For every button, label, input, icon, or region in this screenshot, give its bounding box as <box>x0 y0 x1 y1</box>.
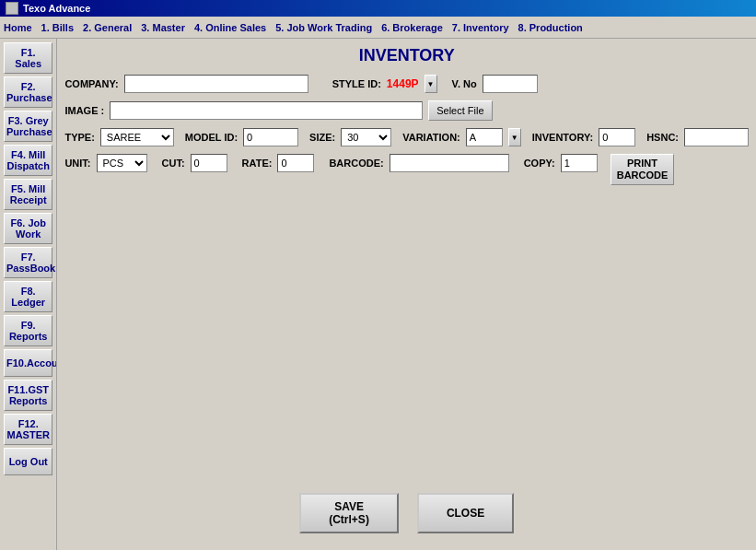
rate-label: RATE: <box>242 158 273 169</box>
form-row-company: COMPANY: STYLE ID: 1449P ▼ V. No <box>64 75 749 93</box>
company-label: COMPANY: <box>64 78 118 89</box>
style-id-dropdown[interactable]: ▼ <box>425 75 437 93</box>
vno-input[interactable] <box>483 75 538 93</box>
barcode-input[interactable] <box>390 154 509 172</box>
sidebar-btn-f4-mill-dispatch[interactable]: F4. MillDispatch <box>4 145 52 176</box>
sidebar-btn-f9-reports[interactable]: F9. Reports <box>4 315 52 346</box>
form-row-unit: UNIT: PCS MTR YDS CUT: RATE: BARCODE: CO… <box>64 154 749 185</box>
sidebar-btn-log-out[interactable]: Log Out <box>4 448 52 475</box>
print-barcode-button[interactable]: PRINTBARCODE <box>611 154 675 185</box>
menu-bills[interactable]: 1. Bills <box>41 22 74 33</box>
copy-label: COPY: <box>524 158 555 169</box>
app-title: Texo Advance <box>23 3 90 14</box>
menu-inventory[interactable]: 7. Inventory <box>452 22 509 33</box>
model-id-label: MODEL ID: <box>185 132 238 143</box>
sidebar-btn-f5-mill-receipt[interactable]: F5. MillReceipt <box>4 179 52 210</box>
menu-online-sales[interactable]: 4. Online Sales <box>194 22 266 33</box>
cut-label: CUT: <box>162 158 185 169</box>
inventory-label: INVENTORY: <box>532 132 593 143</box>
menu-home[interactable]: Home <box>4 22 32 33</box>
type-select[interactable]: SAREE DRESS FABRIC <box>100 128 174 146</box>
type-label: TYPE: <box>64 132 94 143</box>
app-icon <box>6 2 18 15</box>
size-select[interactable]: 30 32 34 <box>341 128 391 146</box>
company-input[interactable] <box>124 75 308 93</box>
sidebar-btn-f3-grey-purchase[interactable]: F3. GreyPurchase <box>4 111 52 142</box>
image-input[interactable] <box>110 101 423 120</box>
menu-bar: Home 1. Bills 2. General 3. Master 4. On… <box>0 17 756 39</box>
sidebar-btn-f8-ledger[interactable]: F8. Ledger <box>4 281 52 312</box>
sidebar: F1. Sales F2. Purchase F3. GreyPurchase … <box>0 39 57 550</box>
page-title: INVENTORY <box>64 46 749 65</box>
sidebar-btn-f10-accounts[interactable]: F10.Accounts <box>4 349 52 377</box>
unit-select[interactable]: PCS MTR YDS <box>97 154 147 172</box>
title-bar: Texo Advance <box>0 0 756 17</box>
variation-dropdown[interactable]: ▼ <box>508 128 521 146</box>
menu-production[interactable]: 8. Production <box>518 22 583 33</box>
style-id-label: STYLE ID: <box>332 78 381 89</box>
menu-job-work-trading[interactable]: 5. Job Work Trading <box>275 22 372 33</box>
variation-input[interactable] <box>466 128 503 146</box>
sidebar-btn-f2-purchase[interactable]: F2. Purchase <box>4 76 52 108</box>
vno-label: V. No <box>452 78 477 89</box>
form-area: COMPANY: STYLE ID: 1449P ▼ V. No IMAGE :… <box>64 75 749 484</box>
rate-input[interactable] <box>277 154 314 172</box>
image-label: IMAGE : <box>64 105 104 116</box>
bottom-buttons: SAVE(Ctrl+S) CLOSE <box>64 484 749 543</box>
main-layout: F1. Sales F2. Purchase F3. GreyPurchase … <box>0 39 756 550</box>
sidebar-btn-f12-master[interactable]: F12. MASTER <box>4 414 52 445</box>
sidebar-btn-f1-sales[interactable]: F1. Sales <box>4 42 52 74</box>
close-button[interactable]: CLOSE <box>417 493 514 533</box>
inventory-input[interactable] <box>599 128 635 146</box>
form-row-type: TYPE: SAREE DRESS FABRIC MODEL ID: SIZE:… <box>64 128 749 146</box>
form-row-image: IMAGE : Select File <box>64 100 749 121</box>
menu-general[interactable]: 2. General <box>83 22 132 33</box>
unit-label: UNIT: <box>64 158 90 169</box>
hsnc-input[interactable] <box>684 128 749 146</box>
menu-master[interactable]: 3. Master <box>141 22 185 33</box>
copy-input[interactable] <box>561 154 598 172</box>
cut-input[interactable] <box>191 154 227 172</box>
sidebar-btn-f6-job-work[interactable]: F6. Job Work <box>4 213 52 244</box>
barcode-label: BARCODE: <box>329 158 383 169</box>
content-area: INVENTORY COMPANY: STYLE ID: 1449P ▼ V. … <box>57 39 756 550</box>
style-id-value: 1449P <box>387 77 419 90</box>
hsnc-label: HSNC: <box>646 132 679 143</box>
model-id-input[interactable] <box>243 128 298 146</box>
sidebar-btn-f11-gst-reports[interactable]: F11.GSTReports <box>4 380 52 411</box>
size-label: SIZE: <box>309 132 335 143</box>
select-file-button[interactable]: Select File <box>428 100 492 121</box>
variation-label: VARIATION: <box>402 132 460 143</box>
sidebar-btn-f7-passbook[interactable]: F7. PassBook <box>4 247 52 278</box>
save-button[interactable]: SAVE(Ctrl+S) <box>299 493 399 533</box>
menu-brokerage[interactable]: 6. Brokerage <box>381 22 443 33</box>
